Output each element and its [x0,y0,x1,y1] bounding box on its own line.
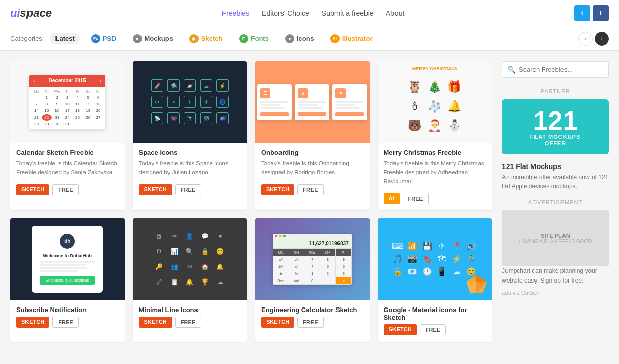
calc-0[interactable]: 0 [304,277,320,284]
tag-free-5[interactable]: FREE [52,317,78,328]
tag-sketch-3[interactable]: SKETCH [261,184,294,195]
cat-illustrator[interactable]: Ai Illustrator [325,32,378,45]
min-icon-5: ♥ [215,231,226,242]
calc-deg[interactable]: Deg [273,277,289,284]
calc-9[interactable]: 9 [336,256,351,263]
xmas-icon-8: 🎅 [428,119,441,132]
cat-fonts[interactable]: F Fonts [234,32,274,45]
mat-icon-2: 📶 [407,241,418,251]
mockups-icon: ● [133,34,142,43]
cat-mockups[interactable]: ● Mockups [128,32,178,45]
cat-latest[interactable]: Latest [50,33,79,44]
facebook-button[interactable]: f [593,5,609,21]
cal-next[interactable]: › [100,78,101,83]
tag-free-2[interactable]: FREE [175,184,201,195]
space-icon-13: 🔭 [184,112,196,124]
cat-icons[interactable]: ● Icons [280,32,319,45]
card-calendar-desc: Today's freebie is this Calendar Sketch … [16,159,119,177]
calc-sqrt[interactable]: √x [289,256,304,263]
min-icon-4: 💬 [200,231,211,242]
space-icon-6: ⚙ [151,96,163,108]
calc-3[interactable]: 3 [336,270,351,277]
tag-free-4[interactable]: FREE [403,193,429,204]
nav-freebies[interactable]: Freebies [222,9,249,17]
psd-icon: Ps [91,34,100,43]
tag-sketch-8[interactable]: SKETCH [384,324,417,335]
ads-via: ads via Carbon [502,290,609,296]
calc-ms[interactable]: MS [304,249,320,256]
tag-sketch-6[interactable]: SKETCH [139,317,172,328]
calc-7[interactable]: 7 [304,256,320,263]
card-space-icons: 🚀 🛸 🪐 ☁ ⚡ ⚙ ✦ ☀ ❋ 🌀 📡 👾 🔭 🌃 [133,61,247,210]
tag-free-3[interactable]: FREE [297,184,323,195]
calc-sqrt2[interactable]: sqrt [289,277,304,284]
cal-month: December 2015 [49,78,86,83]
calc-5[interactable]: 5 [320,263,335,270]
cat-sketch[interactable]: ◆ Sketch [184,32,228,45]
calc-mplus[interactable]: M+ [320,249,335,256]
search-input[interactable] [502,61,609,78]
calc-2[interactable]: 2 [320,270,335,277]
cat-psd[interactable]: Ps PSD [86,32,122,45]
card-onboarding: ☰ 🖥 [255,61,370,210]
min-icon-17: 📋 [169,276,180,288]
tag-sketch-7[interactable]: SKETCH [261,317,294,328]
tag-sketch-2[interactable]: SKETCH [139,184,172,195]
ocard-2: 🖥 [295,84,329,120]
partner-box[interactable]: 121 FLAT MOCKUPS OFFER [502,99,609,154]
card-material-body: Google - Material icons for Sketch SKETC… [378,300,492,342]
card-minimal-title: Minimal Line Icons [139,306,241,314]
min-icon-2: ✏ [169,231,180,242]
tag-free-6[interactable]: FREE [175,317,201,328]
next-arrow[interactable]: › [595,32,609,46]
card-calculator-image: 11,627,01196837 MC MR MS M+ M- x² √x 7 8… [255,218,370,300]
calc-exp[interactable]: xⁿ [289,263,304,270]
nav-about[interactable]: About [386,9,405,17]
partner-title: 121 Flat Mockups [502,162,609,171]
card-subscribe-image: dh Welcome to DubaiHub Successfully subs… [10,218,125,300]
calc-4[interactable]: 4 [304,263,320,270]
cal-prev[interactable]: ‹ [33,78,35,83]
xmas-icon-3: 🎁 [447,80,461,94]
nav-submit[interactable]: Submit a freebie [322,9,374,17]
ad-placeholder-text: SITE PLAN [541,233,570,239]
card-calendar-image: ‹ December 2015 › MoTuWeThFrSaSu 123456 … [10,61,125,143]
calc-6[interactable]: 6 [336,263,351,270]
card-christmas-image: MERRY CHRISTMAS 🦉 🎄 🎁 🕯 🧦 🔔 🐻 🎅 ⛄ [378,61,492,143]
calc-1[interactable]: 1 [304,270,320,277]
tag-ai[interactable]: AI [384,193,400,204]
mat-icon-5: 📍 [451,241,463,251]
tag-free[interactable]: FREE [52,184,78,195]
card-minimal: 🗑 ✏ 👤 💬 ♥ ⚙ 📊 🔍 🔒 😊 🔑 👥 ✉ 🏠 [133,218,247,342]
calc-dot[interactable]: . [320,277,335,284]
min-icon-3: 👤 [184,231,195,242]
card-space-desc: Today's freebie is this Space Icons desi… [139,159,241,177]
ad-image[interactable]: SITE PLAN HAVING A PLAN FEELS GOOD [502,210,609,266]
tag-free-7[interactable]: FREE [297,317,323,328]
calc-mminus[interactable]: M- [336,249,351,256]
min-icon-12: 👥 [169,261,180,272]
tag-free-8[interactable]: FREE [420,324,446,335]
mat-icon-7: 🎵 [392,254,404,264]
min-icon-9: 🔒 [200,246,211,257]
nav-editors-choice[interactable]: Editors' Choice [262,9,310,17]
twitter-button[interactable]: t [574,5,590,21]
calc-mr[interactable]: MR [289,249,304,256]
tag-sketch[interactable]: SKETCH [16,184,49,195]
calc-pct[interactable]: % [289,270,304,277]
ocard-icon-3: ♥ [335,88,346,98]
calc-mc[interactable]: MC [273,249,289,256]
space-icon-4: ☁ [200,79,212,92]
calc-8[interactable]: 8 [320,256,335,263]
prev-arrow[interactable]: ‹ [578,32,593,46]
tag-sketch-5[interactable]: SKETCH [16,317,49,328]
calc-pm[interactable]: ± [273,270,289,277]
calc-display: 11,627,01196837 [273,239,352,248]
min-icon-14: 🏠 [200,261,211,272]
xmas-icon-6: 🔔 [447,100,461,113]
calc-equals[interactable]: = [336,277,351,284]
logo[interactable]: uispace [10,7,52,20]
subscribe-btn: Successfully subscribed [40,276,95,285]
calc-x2[interactable]: x² [273,256,289,263]
calc-1x[interactable]: 1/x [273,263,289,270]
